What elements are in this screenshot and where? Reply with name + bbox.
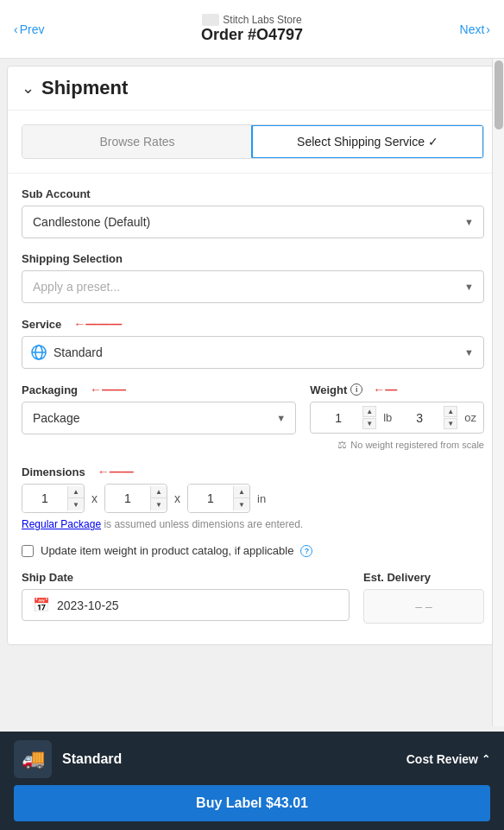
weight-lb-input[interactable]: 1 [318, 411, 359, 425]
dim-hint-text: is assumed unless dimensions are entered… [101, 518, 303, 530]
tab-buttons: Browse Rates Select Shipping Service ✓ [22, 124, 484, 159]
shipping-selection-select[interactable]: Apply a preset... [22, 270, 484, 303]
shipment-title: Shipment [41, 77, 128, 99]
truck-icon-box: 🚚 [14, 740, 52, 778]
shipping-selection-label: Shipping Selection [22, 252, 484, 265]
scrollbar-thumb[interactable] [495, 60, 503, 130]
dim2-spinners: ▲ ▼ [150, 486, 167, 510]
top-nav: ‹ Prev Stitch Labs Store Order #O4797 Ne… [0, 0, 504, 59]
est-delivery-group: Est. Delivery – – [363, 571, 484, 624]
update-weight-info-icon[interactable]: ? [300, 545, 312, 557]
buy-label-button[interactable]: Buy Label $43.01 [14, 785, 490, 821]
dim2-input-wrap: ▲ ▼ [104, 484, 167, 513]
packaging-group: Packaging ←—— Package [22, 383, 296, 434]
dim3-down[interactable]: ▼ [234, 498, 249, 510]
prev-button[interactable]: ‹ Prev [14, 22, 44, 36]
ship-date-value: 2023-10-25 [57, 599, 119, 612]
chevron-left-icon: ‹ [14, 22, 18, 36]
browse-rates-tab[interactable]: Browse Rates [22, 125, 252, 158]
dim1-down[interactable]: ▼ [68, 498, 84, 510]
service-select[interactable]: Standard [22, 336, 484, 369]
store-logo [202, 14, 219, 26]
scrollbar[interactable] [492, 59, 504, 726]
weight-lb-spinners: ▲ ▼ [362, 406, 376, 429]
bottom-service-info: 🚚 Standard [14, 740, 122, 778]
packaging-select-wrapper: Package [22, 402, 296, 434]
next-button[interactable]: Next › [460, 22, 490, 36]
next-label: Next [460, 22, 485, 36]
weight-group: Weight i ←— 1 ▲ ▼ lb 3 ▲ ▼ oz [310, 383, 484, 451]
collapse-icon[interactable]: ⌄ [22, 79, 35, 98]
dim3-input[interactable] [188, 485, 233, 512]
bottom-service-name: Standard [62, 751, 122, 767]
dim-unit: in [257, 492, 266, 505]
form-section: Sub Account Candlestone (Default) Shippi… [8, 174, 498, 644]
weight-lb-unit: lb [383, 411, 392, 424]
sub-account-select-wrapper: Candlestone (Default) [22, 206, 484, 238]
weight-lb-up[interactable]: ▲ [362, 406, 376, 417]
order-info: Stitch Labs Store Order #O4797 [201, 14, 303, 44]
weight-oz-down[interactable]: ▼ [444, 418, 457, 429]
dimensions-group: Dimensions ←—— ▲ ▼ x ▲ [22, 465, 484, 530]
ship-date-label: Ship Date [22, 571, 350, 584]
chevron-right-icon: › [486, 22, 490, 36]
service-label: Service ←——— [22, 317, 484, 331]
shipment-panel: ⌄ Shipment Browse Rates Select Shipping … [7, 66, 499, 645]
est-delivery-input-wrap: – – [363, 589, 484, 624]
dim2-input[interactable] [105, 485, 150, 512]
scale-icon: ⚖ [337, 439, 347, 451]
ship-date-input-wrap[interactable]: 📅 2023-10-25 [22, 589, 350, 621]
weight-oz-unit: oz [464, 411, 476, 424]
packaging-arrow-annotation: ←—— [90, 383, 126, 396]
truck-icon: 🚚 [22, 748, 45, 770]
est-delivery-value: – – [415, 599, 432, 613]
service-arrow-annotation: ←——— [73, 317, 122, 331]
packaging-weight-row: Packaging ←—— Package Weight i ←— 1 [22, 383, 484, 451]
cost-review-button[interactable]: Cost Review ⌃ [406, 752, 490, 766]
dim1-up[interactable]: ▲ [68, 486, 84, 498]
date-delivery-row: Ship Date 📅 2023-10-25 Est. Delivery – – [22, 571, 484, 624]
dim-x-1: x [91, 491, 98, 505]
dim2-up[interactable]: ▲ [151, 486, 167, 498]
weight-oz-spinners: ▲ ▼ [444, 406, 457, 429]
weight-label: Weight i ←— [310, 383, 484, 396]
update-weight-label: Update item weight in product catalog, i… [41, 544, 293, 557]
packaging-select[interactable]: Package [22, 402, 296, 434]
globe-icon [30, 344, 47, 361]
regular-package-link[interactable]: Regular Package [22, 518, 101, 530]
update-weight-checkbox[interactable] [22, 545, 34, 557]
sub-account-label: Sub Account [22, 187, 484, 200]
dimensions-row: ▲ ▼ x ▲ ▼ x ▲ [22, 484, 484, 513]
calendar-icon: 📅 [33, 597, 50, 613]
weight-oz-up[interactable]: ▲ [444, 406, 457, 417]
dimensions-arrow-annotation: ←—— [98, 465, 134, 478]
bottom-bar-top: 🚚 Standard Cost Review ⌃ [14, 740, 490, 778]
prev-label: Prev [20, 22, 45, 36]
update-weight-row: Update item weight in product catalog, i… [22, 544, 484, 557]
dim-x-2: x [174, 491, 180, 505]
select-service-tab[interactable]: Select Shipping Service ✓ [251, 124, 484, 159]
weight-inputs: 1 ▲ ▼ lb 3 ▲ ▼ oz [310, 402, 484, 434]
dim3-input-wrap: ▲ ▼ [187, 484, 250, 513]
weight-oz-input[interactable]: 3 [399, 411, 440, 425]
sub-account-select[interactable]: Candlestone (Default) [22, 206, 484, 238]
tab-section: Browse Rates Select Shipping Service ✓ [8, 111, 498, 174]
est-delivery-label: Est. Delivery [363, 571, 484, 584]
shipping-selection-group: Shipping Selection Apply a preset... [22, 252, 484, 303]
store-name-row: Stitch Labs Store [201, 14, 303, 26]
scale-note: ⚖ No weight registered from scale [310, 439, 484, 451]
shipment-header: ⌄ Shipment [8, 67, 498, 111]
dim3-spinners: ▲ ▼ [233, 486, 249, 510]
weight-info-icon[interactable]: i [350, 383, 362, 396]
weight-lb-down[interactable]: ▼ [362, 418, 376, 429]
shipping-selection-select-wrapper: Apply a preset... [22, 270, 484, 303]
dim-hint: Regular Package is assumed unless dimens… [22, 518, 484, 530]
dimensions-label: Dimensions ←—— [22, 465, 484, 478]
ship-date-group: Ship Date 📅 2023-10-25 [22, 571, 350, 624]
bottom-bar: 🚚 Standard Cost Review ⌃ Buy Label $43.0… [0, 732, 504, 830]
weight-arrow-annotation: ←— [373, 383, 397, 396]
dim2-down[interactable]: ▼ [151, 498, 167, 510]
scale-note-text: No weight registered from scale [350, 440, 484, 450]
dim3-up[interactable]: ▲ [234, 486, 249, 498]
dim1-input[interactable] [22, 485, 67, 512]
